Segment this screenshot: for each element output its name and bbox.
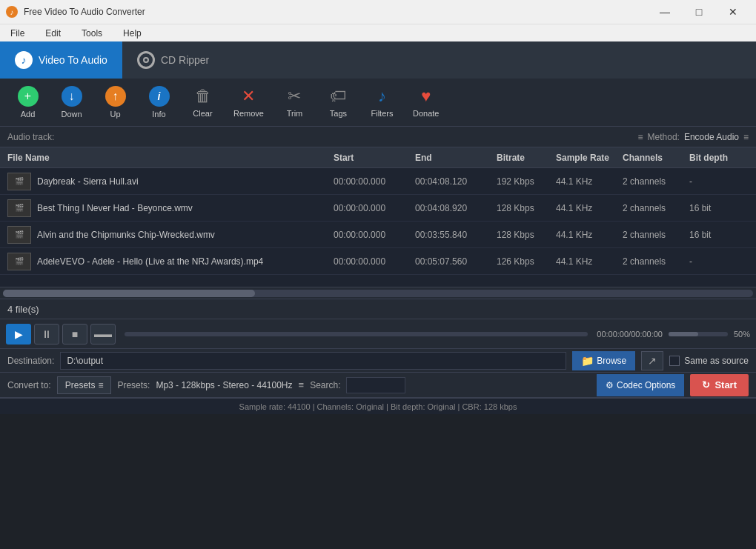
file-bitrate: 192 Kbps (497, 176, 556, 187)
file-start: 00:00:00.000 (334, 203, 415, 213)
file-start: 00:00:00.000 (334, 176, 415, 187)
codec-icon: ⚙ (606, 380, 614, 390)
same-as-source: Same as source (669, 356, 749, 366)
start-button[interactable]: ↻ Start (690, 374, 749, 396)
menu-help[interactable]: Help (119, 27, 146, 40)
clear-icon: 🗑 (195, 87, 211, 106)
donate-icon: ♥ (421, 87, 431, 106)
remove-icon: ✕ (242, 87, 255, 106)
info-label: Info (152, 110, 165, 119)
scrollbar-track[interactable] (3, 290, 753, 297)
hamburger-icon[interactable]: ≡ (638, 132, 643, 142)
destination-arrow-button[interactable]: ↗ (641, 351, 663, 370)
info-button[interactable]: i Info (139, 81, 179, 123)
up-icon: ↑ (105, 86, 126, 107)
tab-cd-ripper[interactable]: CD Ripper (122, 41, 224, 79)
file-bitdepth: 16 bit (689, 230, 749, 240)
remove-button[interactable]: ✕ Remove (226, 82, 271, 122)
waveform-button[interactable]: ▬▬ (90, 324, 116, 345)
presets-label: Presets (65, 380, 96, 390)
presets-value-label: Presets: (117, 380, 150, 390)
file-samplerate: 44.1 KHz (556, 256, 623, 267)
horizontal-scrollbar[interactable] (0, 287, 756, 299)
trim-button[interactable]: ✂ Trim (274, 82, 315, 122)
menu-bar: File Edit Tools Help (0, 24, 756, 41)
table-row[interactable]: 🎬 Alvin and the Chipmunks Chip-Wrecked.w… (0, 222, 756, 248)
presets-button[interactable]: Presets ≡ (57, 376, 112, 394)
clear-button[interactable]: 🗑 Clear (182, 82, 223, 122)
menu-edit[interactable]: Edit (41, 27, 65, 40)
file-bitdepth: - (689, 176, 749, 187)
file-end: 00:04:08.920 (415, 203, 497, 213)
codec-options-label: Codec Options (617, 380, 675, 390)
destination-path[interactable] (60, 352, 566, 370)
down-button[interactable]: ↓ Down (51, 81, 92, 123)
file-end: 00:04:08.120 (415, 176, 497, 187)
title-bar-left: ♪ Free Video To Audio Converter (6, 6, 145, 18)
down-icon: ↓ (62, 86, 82, 107)
table-row[interactable]: 🎬 Daybreak - Sierra Hull.avi 00:00:00.00… (0, 168, 756, 195)
method-label: Method: (648, 132, 680, 142)
donate-button[interactable]: ♥ Donate (405, 82, 446, 122)
file-samplerate: 44.1 KHz (556, 176, 623, 187)
col-header-bitrate: Bitrate (497, 153, 556, 163)
film-icon: 🎬 (15, 230, 24, 239)
maximize-button[interactable]: □ (682, 0, 716, 24)
file-channels: 2 channels (623, 203, 689, 213)
file-channels: 2 channels (623, 256, 689, 267)
method-value: Encode Audio (684, 132, 739, 142)
file-samplerate: 44.1 KHz (556, 203, 623, 213)
file-thumbnail: 🎬 (7, 226, 31, 244)
menu-tools[interactable]: Tools (77, 27, 107, 40)
time-display: 00:00:00/00:00:00 (597, 330, 663, 339)
title-bar-controls: — □ ✕ (648, 0, 750, 24)
scrollbar-thumb[interactable] (3, 290, 255, 297)
stop-button[interactable]: ■ (62, 324, 87, 345)
presets-menu-icon2[interactable]: ≡ (299, 379, 305, 390)
close-button[interactable]: ✕ (716, 0, 750, 24)
volume-track[interactable] (669, 332, 728, 336)
browse-button[interactable]: 📁 Browse (572, 351, 635, 370)
file-thumbnail: 🎬 (7, 253, 31, 270)
file-bitdepth: 16 bit (689, 203, 749, 213)
music-icon: ♪ (15, 51, 33, 69)
file-start: 00:00:00.000 (334, 230, 415, 240)
method-menu-icon[interactable]: ≡ (743, 132, 749, 142)
status-bar: 4 file(s) (0, 299, 756, 319)
table-row[interactable]: 🎬 Best Thing I Never Had - Beyonce.wmv 0… (0, 195, 756, 222)
audio-track-right: ≡ Method: Encode Audio ≡ (638, 132, 749, 142)
up-button[interactable]: ↑ Up (95, 81, 136, 123)
trim-label: Trim (287, 109, 303, 118)
volume-percent: 50% (734, 330, 750, 339)
search-label: Search: (310, 380, 340, 390)
table-row[interactable]: 🎬 AdeleVEVO - Adele - Hello (Live at the… (0, 248, 756, 275)
browse-label: Browse (597, 356, 626, 366)
col-header-filename: File Name (7, 153, 334, 163)
col-header-channels: Channels (623, 153, 689, 163)
play-button[interactable]: ▶ (6, 324, 31, 345)
codec-options-button[interactable]: ⚙ Codec Options (597, 374, 684, 396)
film-icon: 🎬 (15, 257, 24, 265)
add-button[interactable]: + Add (7, 81, 48, 123)
cd-inner (143, 57, 149, 63)
filters-icon: ♪ (378, 87, 386, 106)
volume-thumb (669, 332, 698, 336)
file-name: Alvin and the Chipmunks Chip-Wrecked.wmv (37, 230, 334, 240)
audio-track-bar: Audio track: ≡ Method: Encode Audio ≡ (0, 127, 756, 147)
tab-video-to-audio[interactable]: ♪ Video To Audio (0, 41, 122, 79)
same-as-source-checkbox[interactable] (669, 356, 680, 366)
menu-file[interactable]: File (6, 27, 29, 40)
tags-button[interactable]: 🏷 Tags (318, 82, 359, 122)
search-input[interactable] (346, 377, 405, 393)
start-label: Start (714, 379, 737, 390)
file-channels: 2 channels (623, 176, 689, 187)
app-title: Free Video To Audio Converter (24, 7, 145, 17)
minimize-button[interactable]: — (648, 0, 682, 24)
filters-button[interactable]: ♪ Filters (362, 82, 402, 122)
pause-button[interactable]: ⏸ (34, 324, 59, 345)
tags-label: Tags (330, 109, 347, 118)
progress-track[interactable] (125, 332, 588, 336)
toolbar: + Add ↓ Down ↑ Up i Info 🗑 Clear ✕ Remov… (0, 79, 756, 127)
file-count: 4 file(s) (7, 304, 39, 315)
table-header: File Name Start End Bitrate Sample Rate … (0, 147, 756, 168)
